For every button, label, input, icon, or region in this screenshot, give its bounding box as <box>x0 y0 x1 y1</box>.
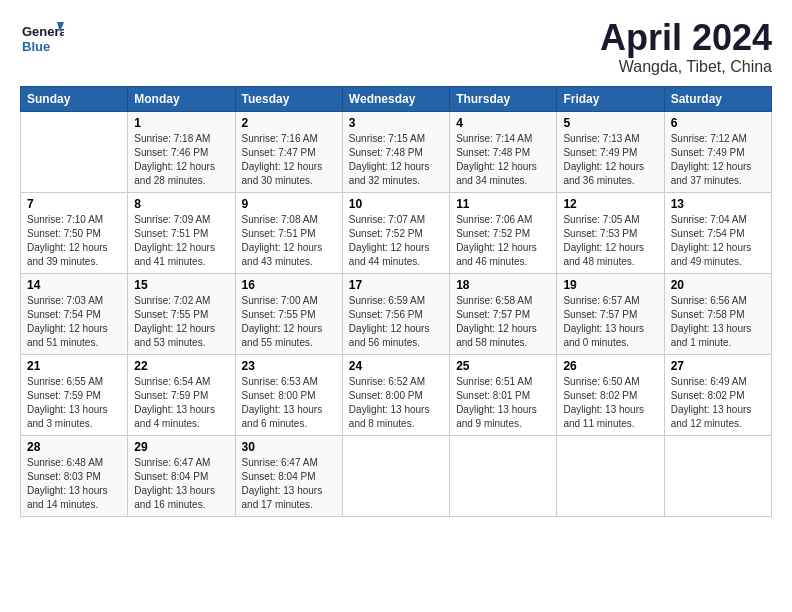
day-number: 30 <box>242 440 336 454</box>
day-number: 18 <box>456 278 550 292</box>
day-cell: 1Sunrise: 7:18 AMSunset: 7:46 PMDaylight… <box>128 111 235 192</box>
col-monday: Monday <box>128 86 235 111</box>
day-detail: Sunrise: 7:07 AMSunset: 7:52 PMDaylight:… <box>349 214 430 267</box>
day-detail: Sunrise: 7:14 AMSunset: 7:48 PMDaylight:… <box>456 133 537 186</box>
day-number: 6 <box>671 116 765 130</box>
calendar-page: General Blue April 2024 Wangda, Tibet, C… <box>0 0 792 527</box>
day-number: 9 <box>242 197 336 211</box>
week-row-0: 1Sunrise: 7:18 AMSunset: 7:46 PMDaylight… <box>21 111 772 192</box>
day-cell: 4Sunrise: 7:14 AMSunset: 7:48 PMDaylight… <box>450 111 557 192</box>
day-cell: 7Sunrise: 7:10 AMSunset: 7:50 PMDaylight… <box>21 192 128 273</box>
day-cell: 25Sunrise: 6:51 AMSunset: 8:01 PMDayligh… <box>450 354 557 435</box>
col-thursday: Thursday <box>450 86 557 111</box>
day-number: 2 <box>242 116 336 130</box>
day-cell: 30Sunrise: 6:47 AMSunset: 8:04 PMDayligh… <box>235 435 342 516</box>
day-detail: Sunrise: 7:03 AMSunset: 7:54 PMDaylight:… <box>27 295 108 348</box>
day-detail: Sunrise: 7:00 AMSunset: 7:55 PMDaylight:… <box>242 295 323 348</box>
day-number: 7 <box>27 197 121 211</box>
day-detail: Sunrise: 6:52 AMSunset: 8:00 PMDaylight:… <box>349 376 430 429</box>
day-detail: Sunrise: 6:56 AMSunset: 7:58 PMDaylight:… <box>671 295 752 348</box>
calendar-table: Sunday Monday Tuesday Wednesday Thursday… <box>20 86 772 517</box>
header-row: Sunday Monday Tuesday Wednesday Thursday… <box>21 86 772 111</box>
day-detail: Sunrise: 6:58 AMSunset: 7:57 PMDaylight:… <box>456 295 537 348</box>
svg-text:General: General <box>22 24 64 39</box>
week-row-4: 28Sunrise: 6:48 AMSunset: 8:03 PMDayligh… <box>21 435 772 516</box>
day-cell: 23Sunrise: 6:53 AMSunset: 8:00 PMDayligh… <box>235 354 342 435</box>
day-number: 14 <box>27 278 121 292</box>
day-cell <box>664 435 771 516</box>
header: General Blue April 2024 Wangda, Tibet, C… <box>20 18 772 76</box>
day-detail: Sunrise: 7:08 AMSunset: 7:51 PMDaylight:… <box>242 214 323 267</box>
day-cell: 17Sunrise: 6:59 AMSunset: 7:56 PMDayligh… <box>342 273 449 354</box>
day-cell: 14Sunrise: 7:03 AMSunset: 7:54 PMDayligh… <box>21 273 128 354</box>
svg-text:Blue: Blue <box>22 39 50 54</box>
day-number: 1 <box>134 116 228 130</box>
day-cell: 2Sunrise: 7:16 AMSunset: 7:47 PMDaylight… <box>235 111 342 192</box>
day-number: 8 <box>134 197 228 211</box>
day-cell: 11Sunrise: 7:06 AMSunset: 7:52 PMDayligh… <box>450 192 557 273</box>
day-cell <box>342 435 449 516</box>
day-cell: 24Sunrise: 6:52 AMSunset: 8:00 PMDayligh… <box>342 354 449 435</box>
day-detail: Sunrise: 6:48 AMSunset: 8:03 PMDaylight:… <box>27 457 108 510</box>
day-cell: 3Sunrise: 7:15 AMSunset: 7:48 PMDaylight… <box>342 111 449 192</box>
day-cell: 5Sunrise: 7:13 AMSunset: 7:49 PMDaylight… <box>557 111 664 192</box>
day-cell: 15Sunrise: 7:02 AMSunset: 7:55 PMDayligh… <box>128 273 235 354</box>
day-cell: 22Sunrise: 6:54 AMSunset: 7:59 PMDayligh… <box>128 354 235 435</box>
day-number: 19 <box>563 278 657 292</box>
day-cell: 6Sunrise: 7:12 AMSunset: 7:49 PMDaylight… <box>664 111 771 192</box>
day-number: 21 <box>27 359 121 373</box>
day-detail: Sunrise: 7:09 AMSunset: 7:51 PMDaylight:… <box>134 214 215 267</box>
day-cell: 27Sunrise: 6:49 AMSunset: 8:02 PMDayligh… <box>664 354 771 435</box>
day-number: 11 <box>456 197 550 211</box>
day-cell: 8Sunrise: 7:09 AMSunset: 7:51 PMDaylight… <box>128 192 235 273</box>
week-row-2: 14Sunrise: 7:03 AMSunset: 7:54 PMDayligh… <box>21 273 772 354</box>
day-detail: Sunrise: 7:04 AMSunset: 7:54 PMDaylight:… <box>671 214 752 267</box>
day-cell <box>450 435 557 516</box>
day-detail: Sunrise: 6:50 AMSunset: 8:02 PMDaylight:… <box>563 376 644 429</box>
day-number: 20 <box>671 278 765 292</box>
day-cell: 26Sunrise: 6:50 AMSunset: 8:02 PMDayligh… <box>557 354 664 435</box>
col-tuesday: Tuesday <box>235 86 342 111</box>
day-cell: 20Sunrise: 6:56 AMSunset: 7:58 PMDayligh… <box>664 273 771 354</box>
main-title: April 2024 <box>600 18 772 58</box>
day-detail: Sunrise: 6:47 AMSunset: 8:04 PMDaylight:… <box>242 457 323 510</box>
day-number: 13 <box>671 197 765 211</box>
day-cell: 18Sunrise: 6:58 AMSunset: 7:57 PMDayligh… <box>450 273 557 354</box>
calendar-header: Sunday Monday Tuesday Wednesday Thursday… <box>21 86 772 111</box>
day-detail: Sunrise: 6:51 AMSunset: 8:01 PMDaylight:… <box>456 376 537 429</box>
day-cell: 21Sunrise: 6:55 AMSunset: 7:59 PMDayligh… <box>21 354 128 435</box>
day-detail: Sunrise: 7:05 AMSunset: 7:53 PMDaylight:… <box>563 214 644 267</box>
title-block: April 2024 Wangda, Tibet, China <box>600 18 772 76</box>
day-cell: 10Sunrise: 7:07 AMSunset: 7:52 PMDayligh… <box>342 192 449 273</box>
day-detail: Sunrise: 6:55 AMSunset: 7:59 PMDaylight:… <box>27 376 108 429</box>
day-cell: 13Sunrise: 7:04 AMSunset: 7:54 PMDayligh… <box>664 192 771 273</box>
day-number: 24 <box>349 359 443 373</box>
day-number: 5 <box>563 116 657 130</box>
subtitle: Wangda, Tibet, China <box>600 58 772 76</box>
day-detail: Sunrise: 7:10 AMSunset: 7:50 PMDaylight:… <box>27 214 108 267</box>
day-cell: 16Sunrise: 7:00 AMSunset: 7:55 PMDayligh… <box>235 273 342 354</box>
day-detail: Sunrise: 6:54 AMSunset: 7:59 PMDaylight:… <box>134 376 215 429</box>
day-detail: Sunrise: 7:18 AMSunset: 7:46 PMDaylight:… <box>134 133 215 186</box>
day-cell: 28Sunrise: 6:48 AMSunset: 8:03 PMDayligh… <box>21 435 128 516</box>
day-detail: Sunrise: 7:12 AMSunset: 7:49 PMDaylight:… <box>671 133 752 186</box>
day-detail: Sunrise: 7:06 AMSunset: 7:52 PMDaylight:… <box>456 214 537 267</box>
day-number: 16 <box>242 278 336 292</box>
week-row-1: 7Sunrise: 7:10 AMSunset: 7:50 PMDaylight… <box>21 192 772 273</box>
day-number: 17 <box>349 278 443 292</box>
day-number: 10 <box>349 197 443 211</box>
day-cell <box>21 111 128 192</box>
day-detail: Sunrise: 7:16 AMSunset: 7:47 PMDaylight:… <box>242 133 323 186</box>
day-detail: Sunrise: 6:53 AMSunset: 8:00 PMDaylight:… <box>242 376 323 429</box>
day-detail: Sunrise: 6:49 AMSunset: 8:02 PMDaylight:… <box>671 376 752 429</box>
logo-svg: General Blue <box>20 18 64 62</box>
day-number: 22 <box>134 359 228 373</box>
day-detail: Sunrise: 7:13 AMSunset: 7:49 PMDaylight:… <box>563 133 644 186</box>
col-wednesday: Wednesday <box>342 86 449 111</box>
day-detail: Sunrise: 6:57 AMSunset: 7:57 PMDaylight:… <box>563 295 644 348</box>
day-cell: 19Sunrise: 6:57 AMSunset: 7:57 PMDayligh… <box>557 273 664 354</box>
col-sunday: Sunday <box>21 86 128 111</box>
day-cell: 9Sunrise: 7:08 AMSunset: 7:51 PMDaylight… <box>235 192 342 273</box>
day-number: 25 <box>456 359 550 373</box>
day-number: 26 <box>563 359 657 373</box>
